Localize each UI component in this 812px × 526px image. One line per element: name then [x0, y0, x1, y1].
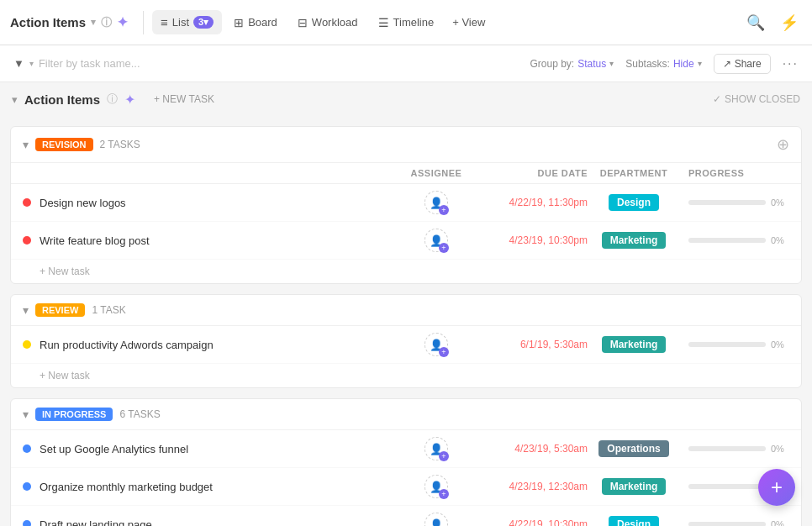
- filter-dropdown-arrow[interactable]: ▾: [29, 59, 34, 68]
- add-assignee-icon[interactable]: +: [439, 347, 449, 357]
- search-button[interactable]: 🔍: [743, 10, 768, 35]
- progress-percent: 0%: [771, 235, 789, 245]
- task-department: Operations: [588, 440, 680, 457]
- add-assignee-icon[interactable]: +: [439, 205, 449, 215]
- subtasks-chevron: ▾: [698, 59, 702, 68]
- col-header-progress: PROGRESS: [680, 168, 789, 178]
- progress-percent: 0%: [771, 519, 789, 526]
- filter-placeholder[interactable]: Filter by task name...: [39, 57, 140, 70]
- timeline-tab-icon: ☰: [378, 16, 389, 29]
- progress-bar: [688, 484, 766, 489]
- add-view-label: + View: [452, 16, 485, 29]
- department-badge: Operations: [598, 440, 668, 457]
- task-status-dot: [23, 236, 31, 245]
- department-badge: Marketing: [602, 232, 667, 249]
- toolbar: ▼ ▾ Filter by task name... Group by: Sta…: [0, 45, 812, 82]
- assignee-avatar[interactable]: 👤 +: [424, 437, 448, 460]
- progress-percent: 0%: [771, 339, 789, 350]
- tab-list[interactable]: ≡ List 3▾: [152, 10, 222, 34]
- show-closed-check-icon: ✓: [713, 93, 721, 105]
- task-department: Design: [588, 194, 680, 211]
- add-view-button[interactable]: + View: [446, 12, 492, 33]
- show-closed-control[interactable]: ✓ SHOW CLOSED: [713, 93, 800, 105]
- new-task-inline-review[interactable]: + New task: [11, 364, 801, 387]
- share-icon: ↗: [723, 58, 731, 70]
- bolt-button[interactable]: ⚡: [777, 10, 802, 35]
- task-department: Marketing: [588, 478, 680, 495]
- progress-bar: [688, 238, 766, 243]
- task-assignee: 👤 +: [403, 229, 470, 252]
- task-progress: 0%: [680, 235, 789, 245]
- task-name: Design new logos: [40, 197, 403, 209]
- review-task-count: 1 TASK: [92, 304, 125, 316]
- task-name: Write feature blog post: [40, 234, 403, 247]
- table-row[interactable]: Set up Google Analytics funnel 👤 + 4/23/…: [11, 430, 801, 468]
- task-status-dot: [23, 340, 31, 349]
- revision-group-header: ▾ REVISION 2 TASKS ⊕: [11, 127, 801, 163]
- fab-icon: +: [771, 477, 783, 497]
- subtasks-label: Subtasks:: [625, 58, 670, 70]
- group-by-control[interactable]: Group by: Status ▾: [530, 58, 614, 70]
- assignee-avatar[interactable]: 👤 +: [424, 229, 448, 252]
- progress-bar: [688, 446, 766, 451]
- task-assignee: 👤 +: [403, 333, 470, 356]
- page-title-area: Action Items ▾ ⓘ ✦: [10, 14, 134, 30]
- section-info-icon[interactable]: ⓘ: [107, 92, 118, 107]
- section-collapse-icon[interactable]: ▾: [12, 93, 18, 106]
- share-label: Share: [735, 58, 762, 70]
- department-badge: Marketing: [602, 478, 667, 495]
- sparkle-icon[interactable]: ✦: [117, 14, 128, 30]
- table-row[interactable]: Write feature blog post 👤 + 4/23/19, 10:…: [11, 222, 801, 260]
- assignee-avatar[interactable]: 👤 +: [424, 333, 448, 356]
- header: Action Items ▾ ⓘ ✦ ≡ List 3▾ ⊞ Board ⊟ W…: [0, 0, 812, 45]
- title-dropdown-icon[interactable]: ▾: [91, 17, 96, 28]
- review-group-header: ▾ REVIEW 1 TASK: [11, 295, 801, 326]
- tab-board[interactable]: ⊞ Board: [225, 11, 286, 34]
- group-inprogress: ▾ IN PROGRESS 6 TASKS Set up Google Anal…: [10, 398, 802, 526]
- assignee-avatar[interactable]: 👤 +: [424, 475, 448, 498]
- review-status-badge: REVIEW: [35, 303, 85, 317]
- toolbar-right: Group by: Status ▾ Subtasks: Hide ▾ ↗ Sh…: [530, 54, 799, 74]
- task-assignee: 👤 +: [403, 191, 470, 214]
- tab-workload[interactable]: ⊟ Workload: [289, 11, 366, 34]
- workload-tab-icon: ⊟: [298, 16, 308, 29]
- content-area: ▾ Action Items ⓘ ✦ + NEW TASK ✓ SHOW CLO…: [0, 82, 812, 526]
- filter-area: ▼ ▾ Filter by task name...: [13, 57, 522, 70]
- info-icon[interactable]: ⓘ: [101, 15, 112, 30]
- task-due-date: 4/23/19, 5:30am: [470, 443, 588, 455]
- revision-collapse-button[interactable]: ▾: [23, 138, 29, 151]
- review-collapse-button[interactable]: ▾: [23, 303, 29, 317]
- assignee-avatar[interactable]: 👤 +: [424, 191, 448, 214]
- inprogress-task-count: 6 TASKS: [119, 408, 160, 420]
- assignee-avatar[interactable]: 👤 +: [424, 513, 448, 526]
- inprogress-collapse-button[interactable]: ▾: [23, 408, 29, 421]
- task-status-dot: [23, 444, 31, 453]
- table-row[interactable]: Draft new landing page 👤 + 4/22/19, 10:3…: [11, 506, 801, 526]
- new-task-button[interactable]: + NEW TASK: [147, 91, 221, 108]
- revision-add-col-btn[interactable]: ⊕: [777, 135, 789, 154]
- filter-icon[interactable]: ▼: [13, 57, 24, 70]
- add-assignee-icon[interactable]: +: [439, 451, 449, 461]
- table-row[interactable]: Run productivity Adwords campaign 👤 + 6/…: [11, 326, 801, 364]
- col-header-department: DEPARTMENT: [588, 168, 680, 178]
- group-by-value: Status: [577, 58, 606, 70]
- table-row[interactable]: Organize monthly marketing budget 👤 + 4/…: [11, 468, 801, 506]
- tab-timeline[interactable]: ☰ Timeline: [370, 11, 443, 34]
- table-row[interactable]: Design new logos 👤 + 4/22/19, 11:30pm De…: [11, 184, 801, 222]
- new-task-inline-revision[interactable]: + New task: [11, 260, 801, 283]
- col-header-assignee: ASSIGNEE: [403, 168, 470, 178]
- task-progress: 0%: [680, 197, 789, 208]
- add-assignee-icon[interactable]: +: [439, 243, 449, 253]
- progress-bar: [688, 342, 766, 347]
- add-assignee-icon[interactable]: +: [439, 489, 449, 499]
- task-due-date: 6/1/19, 5:30am: [470, 339, 588, 350]
- revision-table-header: ASSIGNEE DUE DATE DEPARTMENT PROGRESS: [11, 163, 801, 184]
- subtasks-control[interactable]: Subtasks: Hide ▾: [625, 58, 701, 70]
- task-department: Marketing: [588, 232, 680, 249]
- more-options-button[interactable]: ···: [783, 56, 799, 71]
- fab-button[interactable]: +: [758, 469, 795, 506]
- share-button[interactable]: ↗ Share: [714, 54, 771, 74]
- progress-percent: 0%: [771, 197, 789, 208]
- page-title: Action Items: [10, 15, 86, 29]
- section-sparkle-icon[interactable]: ✦: [124, 92, 135, 108]
